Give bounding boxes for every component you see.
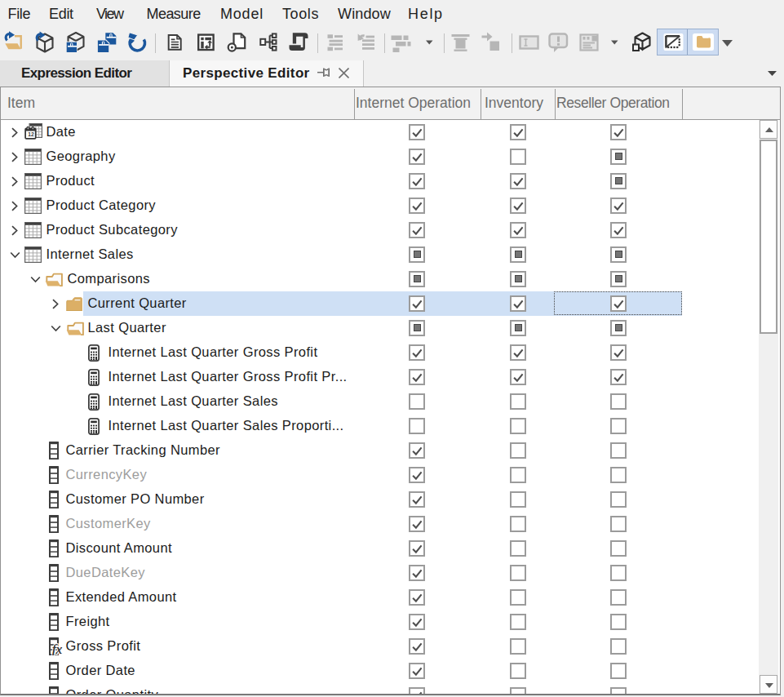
svg-text:12: 12 xyxy=(28,131,34,137)
svg-text:fx: fx xyxy=(52,642,63,655)
